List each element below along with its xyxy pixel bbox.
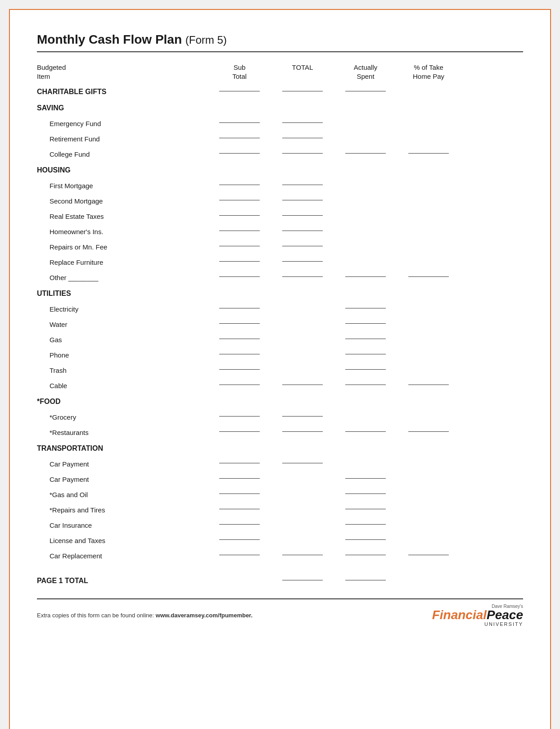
item-label: Retirement Fund <box>37 134 208 144</box>
logo-university: UNIVERSITY <box>484 621 523 627</box>
item-label: Car Insurance <box>37 520 208 530</box>
footer: Extra copies of this form can be found o… <box>37 604 523 627</box>
blank-line <box>219 354 260 354</box>
blank-line <box>282 231 323 231</box>
blank-line <box>408 276 449 277</box>
blank-line <box>219 215 260 216</box>
blank-line <box>345 276 386 277</box>
section-charitable-gifts: CHARITABLE GIFTS <box>37 84 523 100</box>
section-label: HOUSING <box>37 164 208 176</box>
col-subtotal-header: Sub Total <box>208 63 271 81</box>
blank-line <box>345 354 386 354</box>
section-header-row: HOUSING <box>37 163 523 178</box>
item-row: Trash <box>37 362 523 378</box>
footer-divider <box>37 598 523 599</box>
item-label: Car Payment <box>37 474 208 484</box>
item-row: Emergency Fund <box>37 116 523 131</box>
section-label: *FOOD <box>37 396 208 408</box>
logo-area: Dave Ramsey's FinancialPeace UNIVERSITY <box>432 604 523 627</box>
logo-financial: FinancialPeace <box>432 609 523 621</box>
blank-line <box>219 416 260 417</box>
blank-line <box>345 91 386 91</box>
blank-line <box>219 276 260 277</box>
blank-line <box>345 478 386 479</box>
page-title: Monthly Cash Flow Plan (Form 5) <box>37 32 523 47</box>
item-row: Cable <box>37 378 523 393</box>
blank-line <box>408 385 449 385</box>
blank-line <box>219 463 260 463</box>
section-saving: SAVING Emergency Fund Retirement Fund Co… <box>37 100 523 162</box>
section-utilities: UTILITIES Electricity Water Gas <box>37 286 523 393</box>
blank-line <box>219 308 260 308</box>
blank-line <box>219 385 260 385</box>
item-row: Car Payment <box>37 471 523 487</box>
item-row: Car Insurance <box>37 517 523 533</box>
item-label: Gas <box>37 335 208 345</box>
section-label: CHARITABLE GIFTS <box>37 86 208 98</box>
section-food: *FOOD *Grocery *Restaurants <box>37 394 523 440</box>
blank-line <box>219 524 260 525</box>
item-row: *Grocery <box>37 409 523 425</box>
item-row: Replace Furniture <box>37 254 523 270</box>
blank-line <box>219 261 260 262</box>
item-row: *Gas and Oil <box>37 487 523 502</box>
blank-line <box>345 509 386 509</box>
item-label: Emergency Fund <box>37 118 208 129</box>
item-label: Real Estate Taxes <box>37 211 208 222</box>
blank-line <box>282 463 323 463</box>
blank-line <box>345 580 386 580</box>
item-label: Car Replacement <box>37 551 208 561</box>
blank-line <box>282 261 323 262</box>
section-label: SAVING <box>37 102 208 114</box>
section-transportation: TRANSPORTATION Car Payment Car Payment *… <box>37 441 523 563</box>
item-row: *Restaurants <box>37 425 523 440</box>
footer-text: Extra copies of this form can be found o… <box>37 612 253 619</box>
blank-line <box>219 323 260 324</box>
section-header-row: TRANSPORTATION <box>37 441 523 456</box>
col-total-header: TOTAL <box>271 63 334 81</box>
blank-line <box>282 555 323 555</box>
item-row: License and Taxes <box>37 533 523 548</box>
item-label: License and Taxes <box>37 535 208 546</box>
blank-line <box>219 185 260 185</box>
blank-line <box>282 122 323 123</box>
blank-line <box>408 555 449 555</box>
blank-line <box>345 323 386 324</box>
col-pct-header: % of Take Home Pay <box>397 63 460 81</box>
blank-line <box>219 246 260 246</box>
blank-line <box>219 369 260 370</box>
blank-line <box>345 431 386 432</box>
item-row: Homeowner's Ins. <box>37 224 523 239</box>
item-label: First Mortgage <box>37 181 208 191</box>
blank-line <box>282 91 323 91</box>
pct-cell <box>397 91 460 93</box>
blank-line <box>219 138 260 138</box>
item-label: Electricity <box>37 304 208 314</box>
blank-line <box>282 385 323 385</box>
blank-line <box>282 215 323 216</box>
blank-line <box>282 580 323 580</box>
section-header-row: SAVING <box>37 100 523 116</box>
blank-line <box>282 416 323 417</box>
blank-line <box>219 431 260 432</box>
item-row: Real Estate Taxes <box>37 208 523 224</box>
item-label: Phone <box>37 350 208 360</box>
title-text: Monthly Cash Flow Plan <box>37 32 182 46</box>
item-row: Repairs or Mn. Fee <box>37 239 523 254</box>
blank-line <box>219 122 260 123</box>
section-label: TRANSPORTATION <box>37 443 208 454</box>
page-total-label: PAGE 1 TOTAL <box>37 577 208 585</box>
item-row: College Fund <box>37 146 523 162</box>
section-header-row: UTILITIES <box>37 286 523 301</box>
blank-line <box>345 339 386 339</box>
blank-line <box>345 539 386 540</box>
blank-line <box>282 200 323 200</box>
item-label: *Grocery <box>37 412 208 422</box>
col-item-header: Budgeted Item <box>37 63 208 81</box>
item-label: Cable <box>37 380 208 391</box>
page: Monthly Cash Flow Plan (Form 5) Budgeted… <box>9 9 551 729</box>
blank-line <box>408 153 449 154</box>
blank-line <box>219 555 260 555</box>
blank-line <box>219 509 260 509</box>
blank-line <box>345 494 386 494</box>
